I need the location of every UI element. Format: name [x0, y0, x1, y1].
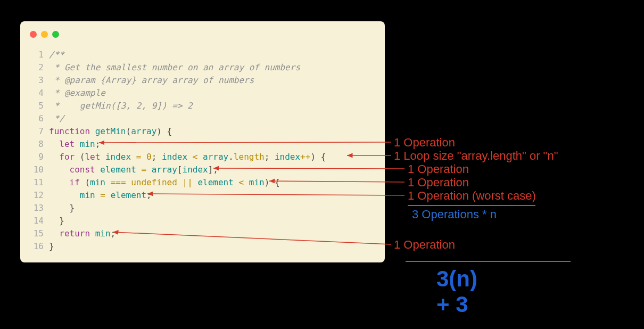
line-number: 10: [28, 163, 44, 176]
line-number: 8: [28, 138, 44, 151]
zoom-icon[interactable]: [52, 31, 59, 38]
line-number: 9: [28, 151, 44, 163]
code-line: 14 }: [28, 215, 374, 227]
code-line: 4 * @example: [28, 87, 374, 100]
code-text: */: [49, 112, 374, 125]
code-line: 16}: [28, 240, 374, 253]
line-number: 2: [28, 61, 44, 74]
code-line: 12 min = element;: [28, 189, 374, 202]
annotation-line-11: 1 Operation: [408, 176, 469, 190]
code-text: }: [49, 240, 374, 253]
separator-result: [406, 261, 571, 262]
line-number: 5: [28, 100, 44, 112]
code-text: if (min === undefined || element < min) …: [49, 176, 374, 189]
code-line: 5 * getMin([3, 2, 9]) => 2: [28, 100, 374, 112]
annotation-line-9: 1 Loop size "array.length" or "n": [394, 149, 558, 163]
code-line: 6 */: [28, 112, 374, 125]
minimize-icon[interactable]: [41, 31, 48, 38]
close-icon[interactable]: [30, 31, 37, 38]
separator-inner: [408, 205, 535, 206]
line-number: 4: [28, 87, 44, 100]
code-line: 9 for (let index = 0; index < array.leng…: [28, 151, 374, 163]
code-line: 8 let min;: [28, 138, 374, 151]
code-line: 2 * Get the smallest number on an array …: [28, 61, 374, 74]
code-text: /**: [49, 48, 374, 61]
code-text: const element = array[index];: [49, 163, 374, 176]
code-line: 10 const element = array[index];: [28, 163, 374, 176]
line-number: 14: [28, 215, 44, 227]
annotation-line-12: 1 Operation (worst case): [408, 189, 536, 203]
code-text: * @param {Array} array array of numbers: [49, 74, 374, 87]
code-line: 7function getMin(array) {: [28, 125, 374, 138]
annotation-inner-sum: 3 Operations * n: [412, 208, 497, 221]
line-number: 16: [28, 240, 44, 253]
code-block: 1/**2 * Get the smallest number on an ar…: [20, 48, 385, 253]
code-text: function getMin(array) {: [49, 125, 374, 138]
annotation-line-10: 1 Operation: [408, 162, 469, 176]
code-text: }: [49, 202, 374, 215]
line-number: 15: [28, 227, 44, 240]
annotation-line-8: 1 Operation: [394, 136, 455, 150]
code-line: 11 if (min === undefined || element < mi…: [28, 176, 374, 189]
code-text: return min;: [49, 227, 374, 240]
line-number: 13: [28, 202, 44, 215]
code-line: 13 }: [28, 202, 374, 215]
code-text: for (let index = 0; index < array.length…: [49, 151, 374, 163]
line-number: 11: [28, 176, 44, 189]
annotation-line-15: 1 Operation: [394, 238, 455, 252]
result-formula: 3(n) + 3: [436, 266, 477, 317]
line-number: 3: [28, 74, 44, 87]
code-window: 1/**2 * Get the smallest number on an ar…: [20, 21, 385, 262]
line-number: 6: [28, 112, 44, 125]
code-text: }: [49, 215, 374, 227]
code-line: 3 * @param {Array} array array of number…: [28, 74, 374, 87]
code-text: * getMin([3, 2, 9]) => 2: [49, 100, 374, 112]
code-text: * @example: [49, 87, 374, 100]
window-titlebar: [20, 31, 385, 48]
code-line: 15 return min;: [28, 227, 374, 240]
code-line: 1/**: [28, 48, 374, 61]
line-number: 7: [28, 125, 44, 138]
line-number: 1: [28, 48, 44, 61]
code-text: min = element;: [49, 189, 374, 202]
line-number: 12: [28, 189, 44, 202]
code-text: let min;: [49, 138, 374, 151]
code-text: * Get the smallest number on an array of…: [49, 61, 374, 74]
